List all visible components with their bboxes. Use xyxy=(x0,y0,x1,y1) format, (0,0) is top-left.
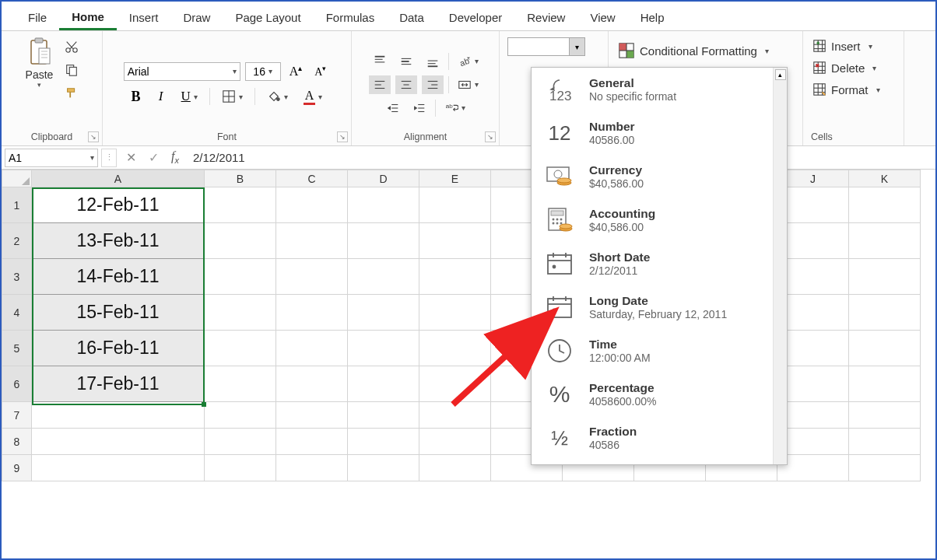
decrease-font-button[interactable]: A▾ xyxy=(311,62,330,81)
align-middle-button[interactable] xyxy=(395,52,417,71)
ribbon-tabs: File Home Insert Draw Page Layout Formul… xyxy=(2,2,935,31)
tab-data[interactable]: Data xyxy=(387,6,437,29)
svg-point-65 xyxy=(557,178,571,183)
cancel-formula-button[interactable]: ✕ xyxy=(120,150,142,165)
tab-developer[interactable]: Developer xyxy=(437,6,514,29)
wrap-text-button[interactable]: ab▾ xyxy=(440,99,469,117)
tab-help[interactable]: Help xyxy=(628,6,677,29)
number-format-select[interactable]: ▾ xyxy=(507,37,585,56)
italic-button[interactable]: I xyxy=(153,86,170,107)
select-all-corner[interactable] xyxy=(2,170,32,187)
col-head-D[interactable]: D xyxy=(348,170,419,187)
row-head-6[interactable]: 6 xyxy=(2,366,32,402)
delete-cells-button[interactable]: Delete▾ xyxy=(811,59,882,76)
alignment-dialog-launcher[interactable]: ↘ xyxy=(485,131,496,142)
cell-A5[interactable]: 16-Feb-11 xyxy=(32,331,205,366)
row-head-5[interactable]: 5 xyxy=(2,331,32,366)
tab-insert[interactable]: Insert xyxy=(117,6,171,29)
nf-item-time[interactable]: Time12:00:00 AM xyxy=(532,329,787,373)
nf-item-number[interactable]: 12 Number40586.00 xyxy=(532,111,787,155)
cell[interactable] xyxy=(205,187,276,223)
align-right-button[interactable] xyxy=(422,75,444,94)
row-head-7[interactable]: 7 xyxy=(2,402,32,429)
cell-A2[interactable]: 13-Feb-11 xyxy=(32,223,205,259)
row-head-1[interactable]: 1 xyxy=(2,187,32,223)
percentage-icon: % xyxy=(542,380,577,408)
bold-button[interactable]: B xyxy=(128,86,145,107)
scissors-icon xyxy=(65,40,79,54)
col-head-J[interactable]: J xyxy=(777,170,849,187)
borders-button[interactable]: ▾ xyxy=(218,87,247,106)
align-top-icon xyxy=(373,54,387,68)
cell-A4[interactable]: 15-Feb-11 xyxy=(32,295,205,331)
general-icon: 123 xyxy=(542,75,577,103)
nf-item-long-date[interactable]: Long DateSaturday, February 12, 2011 xyxy=(532,285,787,329)
copy-icon xyxy=(65,63,79,77)
nf-item-percentage[interactable]: % Percentage4058600.00% xyxy=(532,373,787,416)
outdent-icon xyxy=(386,101,400,115)
decrease-indent-button[interactable] xyxy=(382,99,404,117)
tab-formulas[interactable]: Formulas xyxy=(314,6,388,29)
col-head-A[interactable]: A xyxy=(32,170,205,187)
col-head-E[interactable]: E xyxy=(419,170,491,187)
delete-cells-icon xyxy=(812,61,826,75)
cell-A6[interactable]: 17-Feb-11 xyxy=(32,366,205,402)
paint-bucket-icon xyxy=(267,89,281,103)
font-name-select[interactable]: Arial▾ xyxy=(124,62,240,81)
fill-color-button[interactable]: ▾ xyxy=(263,87,292,106)
svg-point-72 xyxy=(556,222,559,225)
svg-rect-42 xyxy=(619,44,626,51)
nf-item-currency[interactable]: Currency$40,586.00 xyxy=(532,155,787,198)
nf-item-general[interactable]: 123 GeneralNo specific format xyxy=(532,68,787,111)
tab-view[interactable]: View xyxy=(577,6,627,29)
underline-button[interactable]: U▾ xyxy=(177,86,202,107)
row-head-2[interactable]: 2 xyxy=(2,223,32,259)
increase-indent-button[interactable] xyxy=(409,99,430,117)
paste-button[interactable]: Paste ▾ xyxy=(21,37,58,89)
font-color-button[interactable]: A▾ xyxy=(300,86,327,107)
nf-item-short-date[interactable]: Short Date2/12/2011 xyxy=(532,242,787,285)
tab-review[interactable]: Review xyxy=(514,6,577,29)
orientation-button[interactable]: ab▾ xyxy=(454,52,483,71)
align-top-button[interactable] xyxy=(369,52,391,71)
svg-point-70 xyxy=(560,219,563,221)
increase-font-button[interactable]: A▴ xyxy=(286,61,307,81)
name-box[interactable]: A1 ▾ xyxy=(5,149,98,167)
format-painter-button[interactable] xyxy=(61,84,82,103)
clipboard-dialog-launcher[interactable]: ↘ xyxy=(88,131,99,142)
cut-button[interactable] xyxy=(61,37,82,56)
copy-button[interactable] xyxy=(61,61,82,79)
nf-item-accounting[interactable]: Accounting $40,586.00 xyxy=(532,198,787,242)
col-head-K[interactable]: K xyxy=(849,170,921,187)
svg-point-75 xyxy=(560,224,572,229)
insert-cells-button[interactable]: Insert▾ xyxy=(811,37,882,54)
tab-page-layout[interactable]: Page Layout xyxy=(223,6,313,29)
font-size-select[interactable]: 16▾ xyxy=(245,62,281,81)
col-head-B[interactable]: B xyxy=(205,170,276,187)
tab-draw[interactable]: Draw xyxy=(170,6,223,29)
scrollbar[interactable]: ▴ xyxy=(773,68,787,464)
merge-center-button[interactable]: ▾ xyxy=(454,75,483,94)
conditional-formatting-button[interactable]: Conditional Formatting ▾ xyxy=(616,40,770,61)
nf-item-fraction[interactable]: ½ Fraction40586 xyxy=(532,416,787,460)
row-head-8[interactable]: 8 xyxy=(2,429,32,455)
format-cells-button[interactable]: Format▾ xyxy=(811,81,882,98)
row-head-3[interactable]: 3 xyxy=(2,259,32,295)
col-head-C[interactable]: C xyxy=(276,170,348,187)
align-right-icon xyxy=(426,78,440,92)
tab-file[interactable]: File xyxy=(16,6,59,29)
align-bottom-button[interactable] xyxy=(422,52,444,71)
font-dialog-launcher[interactable]: ↘ xyxy=(337,131,348,142)
svg-text:123: 123 xyxy=(549,89,571,102)
fx-button[interactable]: fx xyxy=(165,149,185,165)
tab-home[interactable]: Home xyxy=(59,5,117,30)
cell-A1[interactable]: 12-Feb-11 xyxy=(32,187,205,223)
accept-formula-button[interactable]: ✓ xyxy=(142,150,165,165)
row-head-4[interactable]: 4 xyxy=(2,295,32,331)
cell-A3[interactable]: 14-Feb-11 xyxy=(32,259,205,295)
row-head-9[interactable]: 9 xyxy=(2,455,32,481)
align-left-button[interactable] xyxy=(369,75,391,94)
svg-point-7 xyxy=(73,48,77,52)
group-label-cells: Cells xyxy=(811,131,833,144)
align-center-button[interactable] xyxy=(395,75,417,94)
